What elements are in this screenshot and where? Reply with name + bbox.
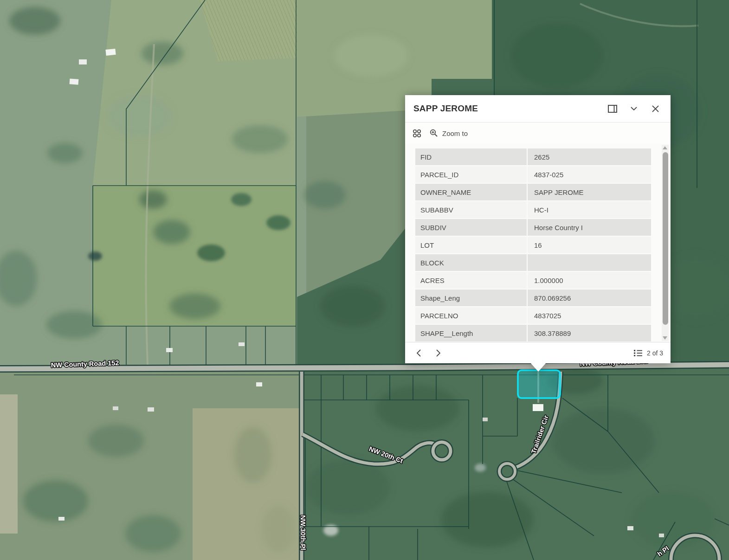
scrollbar-thumb[interactable] — [663, 152, 668, 325]
field-value: 308.378889 — [528, 325, 651, 341]
table-row: SUBDIV Horse Country I — [415, 219, 651, 236]
field-value: Horse Country I — [528, 219, 651, 236]
scroll-down-arrow-icon[interactable] — [663, 336, 667, 340]
previous-feature-button[interactable] — [413, 347, 425, 359]
dock-icon[interactable] — [606, 102, 619, 116]
attribute-table: FID 2625 PARCEL_ID 4837-025 OWNER_NAME S… — [405, 144, 671, 342]
table-row: LOT 16 — [415, 237, 651, 253]
field-label: PARCELNO — [415, 307, 527, 324]
field-label: LOT — [415, 237, 527, 253]
feature-list-icon[interactable] — [634, 349, 643, 356]
popup-footer: 2 of 3 — [405, 342, 671, 363]
feature-count: 2 of 3 — [647, 349, 663, 357]
table-row: PARCEL_ID 4837-025 — [415, 166, 651, 183]
table-scrollbar[interactable] — [662, 145, 669, 341]
scroll-up-arrow-icon[interactable] — [663, 146, 667, 149]
field-value: SAPP JEROME — [528, 184, 651, 200]
field-value: 4837025 — [528, 307, 651, 324]
zoom-to-label: Zoom to — [442, 129, 468, 137]
feature-popup: SAPP JEROME — [405, 95, 671, 363]
zoom-to-icon — [430, 129, 438, 137]
popup-header: SAPP JEROME — [405, 95, 671, 122]
table-row: SUBABBV HC-I — [415, 201, 651, 218]
table-row: Shape_Leng 870.069256 — [415, 290, 651, 306]
zoom-to-button[interactable]: Zoom to — [430, 129, 468, 137]
table-row: BLOCK — [415, 254, 651, 271]
next-feature-button[interactable] — [432, 347, 444, 359]
field-value: 2625 — [528, 148, 651, 165]
field-label: Shape_Leng — [415, 290, 527, 306]
gis-app-window: NW County Road 152 NW County Road 152 NW… — [0, 0, 729, 560]
popup-pointer — [530, 363, 546, 372]
close-icon[interactable] — [648, 102, 662, 116]
actions-grid-icon — [413, 129, 421, 138]
field-value: 870.069256 — [528, 290, 651, 306]
field-label: SUBABBV — [415, 201, 527, 218]
chevron-down-icon[interactable] — [627, 102, 641, 116]
field-value: 4837-025 — [528, 166, 651, 183]
popup-action-bar: Zoom to — [405, 122, 671, 144]
road-label-30th-pl: NW 30th Pl — [299, 515, 307, 550]
field-label: FID — [415, 148, 527, 165]
field-label: PARCEL_ID — [415, 166, 527, 183]
selected-parcel-highlight[interactable] — [518, 370, 560, 398]
field-value: 16 — [528, 237, 651, 253]
table-row: OWNER_NAME SAPP JEROME — [415, 184, 651, 200]
field-label: SHAPE__Length — [415, 325, 527, 341]
field-label: ACRES — [415, 272, 527, 289]
table-row: SHAPE__Length 308.378889 — [415, 325, 651, 341]
table-row: FID 2625 — [415, 148, 651, 165]
field-value: 1.000000 — [528, 272, 651, 289]
popup-title: SAPP JEROME — [413, 103, 598, 114]
actions-menu-button[interactable] — [413, 129, 421, 138]
field-value — [528, 254, 651, 271]
table-row: ACRES 1.000000 — [415, 272, 651, 289]
field-value: HC-I — [528, 201, 651, 218]
field-label: BLOCK — [415, 254, 527, 271]
field-label: SUBDIV — [415, 219, 527, 236]
field-label: OWNER_NAME — [415, 184, 527, 200]
table-row: PARCELNO 4837025 — [415, 307, 651, 324]
